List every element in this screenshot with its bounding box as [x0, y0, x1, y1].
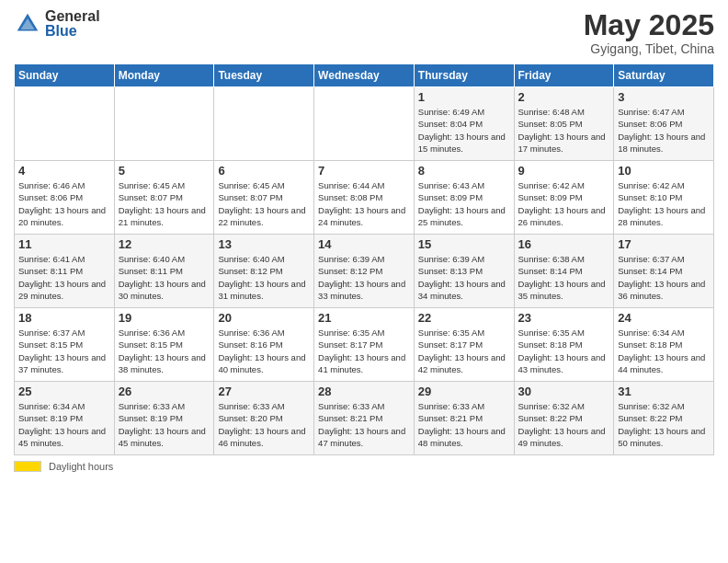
logo: General Blue: [14, 9, 100, 39]
calendar-week-4: 18Sunrise: 6:37 AM Sunset: 8:15 PM Dayli…: [15, 308, 714, 382]
calendar-cell: 16Sunrise: 6:38 AM Sunset: 8:14 PM Dayli…: [514, 235, 614, 308]
col-monday: Monday: [114, 64, 214, 87]
calendar-week-3: 11Sunrise: 6:41 AM Sunset: 8:11 PM Dayli…: [15, 235, 714, 308]
day-number: 30: [518, 385, 610, 398]
calendar-cell: 5Sunrise: 6:45 AM Sunset: 8:07 PM Daylig…: [114, 161, 214, 235]
calendar-cell: 26Sunrise: 6:33 AM Sunset: 8:19 PM Dayli…: [114, 382, 214, 455]
day-number: 2: [518, 90, 610, 104]
day-info: Sunrise: 6:39 AM Sunset: 8:12 PM Dayligh…: [318, 253, 410, 302]
header: General Blue May 2025 Gyigang, Tibet, Ch…: [14, 9, 714, 56]
day-info: Sunrise: 6:32 AM Sunset: 8:22 PM Dayligh…: [518, 400, 610, 449]
calendar-cell: 12Sunrise: 6:40 AM Sunset: 8:11 PM Dayli…: [114, 235, 214, 308]
day-info: Sunrise: 6:35 AM Sunset: 8:18 PM Dayligh…: [518, 327, 610, 375]
day-number: 26: [119, 385, 210, 398]
day-number: 17: [618, 237, 710, 251]
day-info: Sunrise: 6:35 AM Sunset: 8:17 PM Dayligh…: [418, 327, 510, 375]
daylight-legend-bar: [14, 461, 41, 472]
calendar-cell: 30Sunrise: 6:32 AM Sunset: 8:22 PM Dayli…: [514, 382, 614, 455]
calendar-week-5: 25Sunrise: 6:34 AM Sunset: 8:19 PM Dayli…: [15, 382, 714, 455]
calendar-cell: [314, 87, 415, 161]
day-number: 10: [618, 164, 710, 178]
col-thursday: Thursday: [414, 64, 514, 87]
calendar-cell: 29Sunrise: 6:33 AM Sunset: 8:21 PM Dayli…: [414, 382, 514, 455]
day-info: Sunrise: 6:40 AM Sunset: 8:11 PM Dayligh…: [119, 253, 210, 302]
location: Gyigang, Tibet, China: [584, 41, 714, 56]
logo-icon: [14, 10, 41, 38]
day-number: 29: [418, 385, 510, 398]
col-wednesday: Wednesday: [314, 64, 415, 87]
day-info: Sunrise: 6:40 AM Sunset: 8:12 PM Dayligh…: [218, 253, 310, 302]
calendar-cell: 7Sunrise: 6:44 AM Sunset: 8:08 PM Daylig…: [314, 161, 415, 235]
title-block: May 2025 Gyigang, Tibet, China: [584, 9, 714, 56]
calendar-cell: 20Sunrise: 6:36 AM Sunset: 8:16 PM Dayli…: [214, 308, 314, 382]
day-number: 21: [318, 311, 410, 325]
day-number: 24: [618, 311, 710, 325]
calendar-cell: 1Sunrise: 6:49 AM Sunset: 8:04 PM Daylig…: [414, 87, 514, 161]
day-info: Sunrise: 6:48 AM Sunset: 8:05 PM Dayligh…: [518, 106, 610, 155]
day-number: 9: [518, 164, 610, 178]
calendar-cell: 24Sunrise: 6:34 AM Sunset: 8:18 PM Dayli…: [614, 308, 714, 382]
calendar-cell: 15Sunrise: 6:39 AM Sunset: 8:13 PM Dayli…: [414, 235, 514, 308]
logo-general-label: General: [45, 9, 100, 24]
day-number: 31: [618, 385, 710, 398]
day-number: 15: [418, 237, 510, 251]
day-number: 19: [119, 311, 210, 325]
calendar-cell: 3Sunrise: 6:47 AM Sunset: 8:06 PM Daylig…: [614, 87, 714, 161]
day-info: Sunrise: 6:42 AM Sunset: 8:10 PM Dayligh…: [618, 179, 710, 228]
calendar-cell: 14Sunrise: 6:39 AM Sunset: 8:12 PM Dayli…: [314, 235, 415, 308]
col-sunday: Sunday: [15, 64, 115, 87]
calendar-cell: 22Sunrise: 6:35 AM Sunset: 8:17 PM Dayli…: [414, 308, 514, 382]
calendar-cell: [15, 87, 115, 161]
page: General Blue May 2025 Gyigang, Tibet, Ch…: [0, 0, 728, 563]
day-number: 8: [418, 164, 510, 178]
day-number: 28: [318, 385, 410, 398]
day-info: Sunrise: 6:37 AM Sunset: 8:15 PM Dayligh…: [18, 327, 110, 375]
calendar-week-2: 4Sunrise: 6:46 AM Sunset: 8:06 PM Daylig…: [15, 161, 714, 235]
daylight-legend-label: Daylight hours: [49, 461, 113, 472]
day-number: 23: [518, 311, 610, 325]
calendar-cell: 9Sunrise: 6:42 AM Sunset: 8:09 PM Daylig…: [514, 161, 614, 235]
day-number: 16: [518, 237, 610, 251]
day-number: 12: [119, 237, 210, 251]
day-number: 22: [418, 311, 510, 325]
calendar-cell: 25Sunrise: 6:34 AM Sunset: 8:19 PM Dayli…: [15, 382, 115, 455]
day-info: Sunrise: 6:41 AM Sunset: 8:11 PM Dayligh…: [18, 253, 110, 302]
calendar-header-row: Sunday Monday Tuesday Wednesday Thursday…: [15, 64, 714, 87]
day-info: Sunrise: 6:36 AM Sunset: 8:15 PM Dayligh…: [119, 327, 210, 375]
day-number: 5: [119, 164, 210, 178]
calendar-cell: 4Sunrise: 6:46 AM Sunset: 8:06 PM Daylig…: [15, 161, 115, 235]
calendar-cell: 23Sunrise: 6:35 AM Sunset: 8:18 PM Dayli…: [514, 308, 614, 382]
calendar-cell: 31Sunrise: 6:32 AM Sunset: 8:22 PM Dayli…: [614, 382, 714, 455]
day-info: Sunrise: 6:37 AM Sunset: 8:14 PM Dayligh…: [618, 253, 710, 302]
day-number: 3: [618, 90, 710, 104]
calendar-cell: 11Sunrise: 6:41 AM Sunset: 8:11 PM Dayli…: [15, 235, 115, 308]
day-info: Sunrise: 6:34 AM Sunset: 8:18 PM Dayligh…: [618, 327, 710, 375]
calendar-cell: 2Sunrise: 6:48 AM Sunset: 8:05 PM Daylig…: [514, 87, 614, 161]
day-info: Sunrise: 6:33 AM Sunset: 8:19 PM Dayligh…: [119, 400, 210, 449]
calendar-cell: 19Sunrise: 6:36 AM Sunset: 8:15 PM Dayli…: [114, 308, 214, 382]
calendar-cell: 13Sunrise: 6:40 AM Sunset: 8:12 PM Dayli…: [214, 235, 314, 308]
day-info: Sunrise: 6:35 AM Sunset: 8:17 PM Dayligh…: [318, 327, 410, 375]
day-number: 6: [218, 164, 310, 178]
month-year: May 2025: [584, 9, 714, 41]
calendar-cell: 27Sunrise: 6:33 AM Sunset: 8:20 PM Dayli…: [214, 382, 314, 455]
day-info: Sunrise: 6:45 AM Sunset: 8:07 PM Dayligh…: [218, 179, 310, 228]
day-info: Sunrise: 6:49 AM Sunset: 8:04 PM Dayligh…: [418, 106, 510, 155]
day-number: 18: [18, 311, 110, 325]
day-info: Sunrise: 6:39 AM Sunset: 8:13 PM Dayligh…: [418, 253, 510, 302]
col-saturday: Saturday: [614, 64, 714, 87]
day-info: Sunrise: 6:45 AM Sunset: 8:07 PM Dayligh…: [119, 179, 210, 228]
day-number: 7: [318, 164, 410, 178]
day-info: Sunrise: 6:46 AM Sunset: 8:06 PM Dayligh…: [18, 179, 110, 228]
calendar-cell: [114, 87, 214, 161]
calendar-cell: 28Sunrise: 6:33 AM Sunset: 8:21 PM Dayli…: [314, 382, 415, 455]
footer: Daylight hours: [14, 461, 714, 472]
logo-blue-label: Blue: [45, 24, 100, 39]
calendar-cell: [214, 87, 314, 161]
day-number: 1: [418, 90, 510, 104]
day-info: Sunrise: 6:33 AM Sunset: 8:21 PM Dayligh…: [318, 400, 410, 449]
calendar-cell: 8Sunrise: 6:43 AM Sunset: 8:09 PM Daylig…: [414, 161, 514, 235]
day-info: Sunrise: 6:44 AM Sunset: 8:08 PM Dayligh…: [318, 179, 410, 228]
calendar-table: Sunday Monday Tuesday Wednesday Thursday…: [14, 63, 714, 455]
day-number: 13: [218, 237, 310, 251]
